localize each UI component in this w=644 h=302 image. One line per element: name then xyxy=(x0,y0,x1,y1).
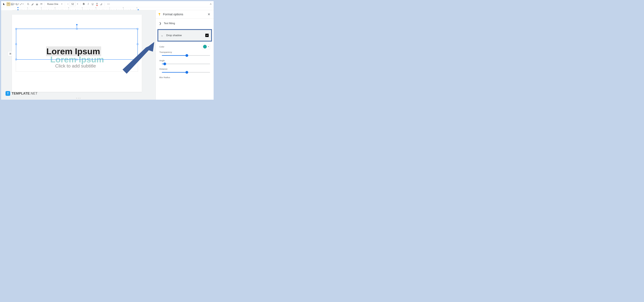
svg-text:T: T xyxy=(8,3,9,5)
font-family-label: Russo One xyxy=(47,3,58,6)
resize-handle-tm[interactable] xyxy=(76,28,78,30)
text-fitting-label: Text fitting xyxy=(164,22,210,25)
angle-label: Angle xyxy=(160,59,210,62)
distance-slider[interactable] xyxy=(162,72,210,72)
italic-button[interactable]: I xyxy=(86,2,90,6)
right-indent-marker[interactable] xyxy=(138,9,139,10)
svg-line-6 xyxy=(20,3,22,5)
text-color-button[interactable]: A xyxy=(95,2,99,6)
border-dash-button[interactable] xyxy=(39,2,44,6)
text-box-tool[interactable]: T xyxy=(6,2,10,6)
separator xyxy=(104,2,105,6)
toolbar: T Russo One xyxy=(1,1,214,7)
chevron-down-icon: ⌄ xyxy=(161,34,164,37)
caret-icon xyxy=(22,4,24,4)
transparency-slider-row: Transparency xyxy=(156,50,214,58)
font-size-increase[interactable]: + xyxy=(76,2,79,6)
color-swatch xyxy=(203,45,207,48)
font-size-input[interactable]: 52 xyxy=(70,2,76,6)
horizontal-ruler[interactable]: 123456789 xyxy=(12,7,214,10)
shadow-color-picker[interactable] xyxy=(202,44,210,49)
resize-handle-bl[interactable] xyxy=(16,59,17,60)
angle-slider-row: Angle xyxy=(156,58,214,67)
rotate-connector xyxy=(77,25,77,28)
panel-header: Format options ✕ xyxy=(156,10,214,18)
format-options-icon xyxy=(158,13,161,16)
canvas-area[interactable]: Lorem Ipsum Lorem Ipsum Click to add sub… xyxy=(1,10,156,100)
caret-icon xyxy=(14,4,15,4)
svg-rect-18 xyxy=(159,14,160,15)
selection-box[interactable] xyxy=(16,29,138,60)
collapse-toolbar-button[interactable] xyxy=(209,2,213,6)
separator xyxy=(44,2,45,6)
close-panel-button[interactable]: ✕ xyxy=(206,12,212,17)
caret-icon xyxy=(208,46,209,47)
subtitle-placeholder[interactable]: Click to add subtitle xyxy=(55,63,96,68)
drop-shadow-label: Drop shadow xyxy=(166,34,204,37)
svg-rect-2 xyxy=(11,3,13,5)
slider-thumb[interactable] xyxy=(164,62,166,65)
border-weight-button[interactable] xyxy=(35,2,39,6)
watermark-text: TEMPLATE.NET xyxy=(12,92,38,96)
separator xyxy=(25,2,25,6)
resize-handle-ml[interactable] xyxy=(16,44,17,45)
slide-canvas[interactable]: Lorem Ipsum Lorem Ipsum Click to add sub… xyxy=(12,15,142,92)
resize-handle-tl[interactable] xyxy=(16,28,17,30)
insert-shape-button[interactable] xyxy=(15,2,19,6)
resize-handle-tr[interactable] xyxy=(137,28,138,30)
filmstrip-grip-icon: ● ● ● xyxy=(76,97,81,99)
first-line-indent-marker[interactable] xyxy=(17,7,19,8)
more-tools-button[interactable]: ••• xyxy=(106,2,111,6)
distance-slider-row: Distance xyxy=(156,67,214,75)
caret-icon xyxy=(61,4,62,4)
font-size-group: − 52 + xyxy=(66,2,79,6)
slider-thumb[interactable] xyxy=(186,71,188,74)
angle-slider[interactable] xyxy=(162,64,210,64)
resize-handle-mr[interactable] xyxy=(137,44,138,45)
chevron-right-icon: ❯ xyxy=(159,22,162,25)
body-row: Lorem Ipsum Lorem Ipsum Click to add sub… xyxy=(1,10,214,100)
underline-button[interactable]: U xyxy=(90,2,95,6)
caret-icon xyxy=(18,4,19,4)
color-label: Color xyxy=(160,46,202,48)
transparency-slider[interactable] xyxy=(162,55,210,56)
slider-thumb[interactable] xyxy=(186,54,188,57)
font-family-selector[interactable]: Russo One xyxy=(46,2,64,6)
format-options-panel: Format options ✕ ❯ Text fitting ⌄ Drop s… xyxy=(156,10,214,100)
app-frame: T Russo One xyxy=(1,1,214,100)
insert-line-button[interactable] xyxy=(20,2,24,6)
blur-radius-label: Blur Radius xyxy=(160,76,210,78)
drop-shadow-checkbox[interactable] xyxy=(205,34,209,37)
drop-shadow-row[interactable]: ⌄ Drop shadow xyxy=(158,29,212,42)
shadow-color-option: Color xyxy=(156,43,214,50)
resize-handle-bm[interactable] xyxy=(76,59,78,60)
highlight-color-button[interactable] xyxy=(99,2,104,6)
separator xyxy=(65,2,65,6)
border-color-button[interactable] xyxy=(30,2,35,6)
fill-color-button[interactable] xyxy=(26,2,30,6)
resize-handle-br[interactable] xyxy=(137,59,138,60)
blur-radius-row: Blur Radius xyxy=(156,75,214,80)
text-fitting-row[interactable]: ❯ Text fitting xyxy=(156,18,214,28)
watermark-icon: T xyxy=(6,91,10,96)
select-tool[interactable] xyxy=(2,2,6,6)
panel-title: Format options xyxy=(163,12,204,16)
watermark: T TEMPLATE.NET xyxy=(6,91,38,96)
distance-label: Distance xyxy=(160,68,210,70)
insert-image-button[interactable] xyxy=(11,2,15,6)
font-size-decrease[interactable]: − xyxy=(66,2,70,6)
transparency-label: Transparency xyxy=(160,51,210,53)
bold-button[interactable]: B xyxy=(82,2,86,6)
svg-rect-5 xyxy=(16,4,18,5)
rotate-handle[interactable] xyxy=(76,24,78,26)
